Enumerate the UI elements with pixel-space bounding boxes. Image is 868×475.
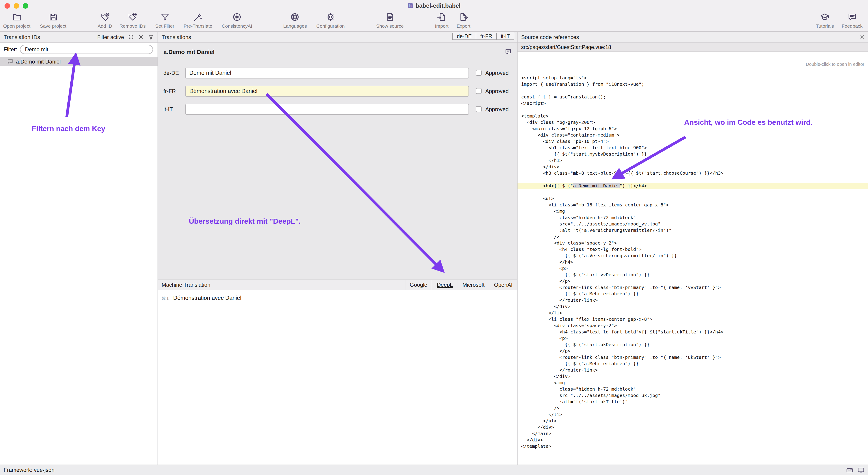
export-icon [459,12,468,22]
toolbar-button-set-filter[interactable]: Set Filter [155,12,174,29]
code-line: :alt="t('start.ukTitle')" [521,399,868,405]
translations-header: Translations de-DEfr-FRit-IT [158,32,517,43]
code-line: </h4> [521,259,868,265]
translation-row-fr-fr: fr-FRApproved [158,86,517,97]
tag-plus-icon [100,12,110,22]
code-line: </h1> [521,158,868,164]
language-tab-fr-fr[interactable]: fr-FR [476,33,497,40]
approved-checkbox[interactable] [476,70,482,76]
save-icon [48,12,58,22]
display-icon[interactable] [858,467,864,473]
zoom-window-button[interactable] [23,3,28,9]
toolbar-label: Import [435,23,448,29]
toolbar-button-configuration[interactable]: Configuration [316,12,345,29]
toolbar-button-feedback[interactable]: Feedback [842,12,863,29]
import-icon [437,12,446,22]
bubble-icon [7,59,13,64]
code-line: <li class="flex items-center gap-x-8"> [521,316,868,323]
status-bar-icons [846,467,864,473]
source-references-title: Source code references [521,34,579,40]
code-line: <ul> [521,196,868,202]
mt-provider-openai[interactable]: OpenAI [489,280,517,290]
translation-input-it-it[interactable] [185,104,469,115]
code-line: </div> [521,437,868,443]
translation-id-item[interactable]: a.Demo mit Daniel [0,57,158,66]
toolbar-button-save-project[interactable]: Save project [40,12,66,29]
mt-provider-tabs: GoogleDeepLMicrosoftOpenAI [405,280,517,290]
toolbar-button-import[interactable]: Import [435,12,448,29]
refresh-icon[interactable] [128,34,134,40]
language-tabs: de-DEfr-FRit-IT [453,33,514,40]
code-line: <h4>{{ $t("a.Demo mit Daniel") }}</h4> [518,183,868,189]
approved-label: Approved [485,88,509,94]
folder-icon [12,12,22,22]
toolbar-button-add-id[interactable]: Add ID [98,12,112,29]
translation-id-list: a.Demo mit Daniel [0,56,158,66]
toolbar-button-consistencyai[interactable]: ConsistencyAI [222,12,252,29]
translation-input-de-de[interactable] [185,68,469,78]
status-bar: Framework: vue-json [0,465,868,475]
code-line: src="../../assets/images/mood_uk.jpg" [521,393,868,399]
code-line: </router-link> [521,367,868,373]
mt-provider-google[interactable]: Google [405,280,432,290]
code-line: </p> [521,348,868,354]
mt-provider-microsoft[interactable]: Microsoft [457,280,489,290]
mt-provider-deepl[interactable]: DeepL [432,280,457,290]
toolbar-button-export[interactable]: Export [457,12,470,29]
machine-translation-title: Machine Translation [162,282,210,288]
wand-icon [193,12,203,22]
code-line: <img [521,208,868,214]
mt-suggestion[interactable]: Démonstration avec Daniel [173,295,241,301]
comment-icon[interactable] [505,48,512,55]
code-line: </div> [521,424,868,431]
code-line: {{ $t("a.Mehr erfahren") }} [521,361,868,367]
filter-icon[interactable] [148,34,154,40]
toolbar-button-remove-ids[interactable]: Remove IDs [119,12,146,29]
source-references-header: Source code references [518,32,868,43]
toolbar-button-show-source[interactable]: Show source [376,12,404,29]
gear-icon [326,12,335,22]
code-line: </div> [521,373,868,380]
code-line [521,88,868,94]
entry-id-title: a.Demo mit Daniel [163,48,215,55]
toolbar-label: Languages [283,23,307,29]
language-tab-de-de[interactable]: de-DE [453,33,476,40]
clear-filter-icon[interactable] [138,34,144,40]
approved-checkbox[interactable] [476,88,482,94]
code-line: </div> [521,304,868,310]
code-line: /> [521,405,868,411]
highlighted-translation-id[interactable]: a.Demo mit Daniel [573,183,620,188]
titlebar: b babel-edit.babel [0,0,868,11]
close-icon[interactable] [859,34,865,40]
approved-checkbox[interactable] [476,106,482,112]
entry-title-row: a.Demo mit Daniel [163,48,512,55]
toolbar-label: Feedback [842,23,863,29]
keyboard-icon[interactable] [846,467,853,473]
minimize-window-button[interactable] [13,3,19,9]
code-line: {{ $t("a.Versicherungsvermittler/-in") }… [521,253,868,259]
code-line: <p> [521,335,868,342]
svg-text:b: b [409,4,411,8]
code-line: <main class="lg:px-12 lg:pb-6"> [521,126,868,132]
filter-input[interactable] [20,45,153,54]
globe-icon [290,12,300,22]
source-reference-item[interactable]: src/pages/start/GuestStartPage.vue:18 [518,43,868,52]
code-line: {{ $t("a.Mehr erfahren") }} [521,291,868,297]
code-line: </p> [521,278,868,284]
toolbar-button-open-project[interactable]: Open project [3,12,30,29]
translation-id-label: a.Demo mit Daniel [16,58,61,65]
mt-suggestion-row: ⌘1 Démonstration avec Daniel [158,291,517,301]
toolbar-button-pre-translate[interactable]: Pre-Translate [184,12,212,29]
toolbar-button-languages[interactable]: Languages [283,12,307,29]
source-code-view: <script setup lang="ts">import { useTran… [518,70,868,465]
translation-input-fr-fr[interactable] [185,86,469,97]
language-tab-it-it[interactable]: it-IT [496,33,514,40]
toolbar-label: Add ID [98,23,112,29]
app-icon: b [407,3,413,9]
close-window-button[interactable] [4,3,10,9]
translation-editor: a.Demo mit Daniel de-DEApprovedfr-FRAppr… [158,43,517,279]
toolbar-button-tutorials[interactable]: Tutorials [816,12,834,29]
code-line: <div class="space-y-2"> [521,240,868,246]
code-line: </main> [521,431,868,437]
code-line: <div class="bg-gray-200"> [521,119,868,126]
